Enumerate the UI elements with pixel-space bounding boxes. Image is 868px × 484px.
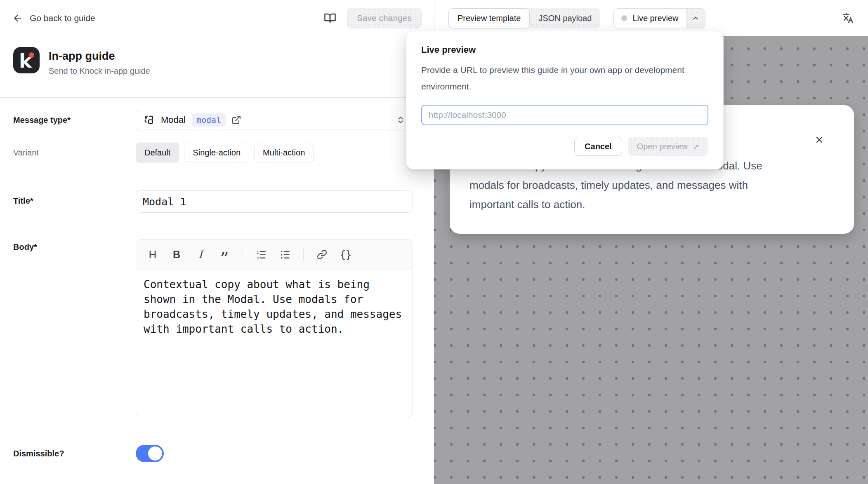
open-preview-label: Open preview bbox=[637, 142, 688, 151]
ordered-list-icon[interactable]: 1 2 bbox=[255, 248, 267, 262]
editor-panel: Go back to guide Save changes k In-app g… bbox=[0, 0, 434, 484]
title-input[interactable] bbox=[136, 190, 413, 213]
modal-type-icon bbox=[144, 115, 154, 125]
message-type-label: Message type* bbox=[13, 115, 136, 125]
message-type-row: Message type* Modal modal bbox=[13, 110, 413, 130]
bullet-list-icon[interactable] bbox=[279, 248, 291, 262]
variant-option-default[interactable]: Default bbox=[136, 143, 179, 162]
variant-option-single-action[interactable]: Single-action bbox=[184, 143, 249, 162]
modal-preview-line: important calls to action. bbox=[469, 195, 837, 214]
live-preview-collapse-button[interactable] bbox=[686, 9, 705, 28]
page-subtitle: Send to Knock in-app guide bbox=[49, 66, 150, 76]
message-type-select[interactable]: Modal modal bbox=[136, 110, 413, 130]
svg-text:2: 2 bbox=[257, 256, 259, 260]
guide-header-text: In-app guide Send to Knock in-app guide bbox=[49, 47, 150, 76]
editor-topbar: Go back to guide Save changes bbox=[0, 0, 434, 36]
live-preview-popover: Live preview Provide a URL to preview th… bbox=[406, 31, 724, 169]
external-link-icon[interactable] bbox=[231, 115, 241, 125]
body-line: broadcasts, timely updates, and messages bbox=[144, 307, 405, 322]
save-changes-button[interactable]: Save changes bbox=[347, 8, 422, 28]
toolbar-divider bbox=[303, 248, 304, 261]
body-editor-content[interactable]: Contextual copy about what is being show… bbox=[136, 270, 413, 343]
arrow-up-right-icon: ↗ bbox=[693, 142, 699, 151]
heading-icon[interactable]: H bbox=[147, 248, 158, 262]
cancel-button[interactable]: Cancel bbox=[574, 137, 622, 156]
variant-label: Variant bbox=[13, 148, 136, 157]
message-type-key-badge: modal bbox=[192, 113, 226, 127]
message-type-value: Modal bbox=[161, 115, 186, 125]
close-icon[interactable] bbox=[814, 135, 824, 145]
editor-toolbar: H B I ” 1 2 bbox=[136, 240, 413, 270]
title-label: Title* bbox=[13, 190, 136, 213]
body-editor: H B I ” 1 2 bbox=[136, 239, 413, 417]
preview-mode-tabs: Preview template JSON payload bbox=[448, 8, 600, 28]
tab-json-payload[interactable]: JSON payload bbox=[530, 8, 600, 28]
live-preview-status-dot bbox=[621, 15, 627, 21]
live-preview-label: Live preview bbox=[632, 14, 678, 23]
dismissible-row: Dismissible? bbox=[13, 445, 413, 462]
popover-title: Live preview bbox=[421, 45, 708, 55]
italic-icon[interactable]: I bbox=[195, 248, 206, 262]
body-line: shown in the Modal. Use modals for bbox=[144, 292, 405, 307]
docs-book-icon[interactable] bbox=[324, 12, 336, 24]
translate-icon[interactable] bbox=[842, 12, 855, 25]
variant-options: Default Single-action Multi-action bbox=[136, 143, 413, 162]
knock-logo: k bbox=[13, 47, 40, 73]
arrow-left-icon bbox=[12, 13, 23, 23]
braces-icon[interactable]: {} bbox=[340, 248, 351, 262]
toggle-knob bbox=[148, 446, 162, 461]
live-preview-button-group: Live preview bbox=[613, 8, 705, 28]
title-row: Title* bbox=[13, 190, 413, 213]
popover-actions: Cancel Open preview ↗ bbox=[421, 137, 708, 156]
topbar-actions: Save changes bbox=[324, 8, 422, 28]
guide-header: k In-app guide Send to Knock in-app guid… bbox=[0, 36, 434, 98]
preview-url-input[interactable] bbox=[421, 105, 708, 125]
live-preview-button[interactable]: Live preview bbox=[614, 9, 686, 28]
tab-preview-template[interactable]: Preview template bbox=[448, 8, 530, 28]
app-root: Go back to guide Save changes k In-app g… bbox=[0, 0, 868, 484]
svg-text:1: 1 bbox=[257, 249, 259, 254]
back-link-label: Go back to guide bbox=[30, 13, 95, 23]
popover-description: Provide a URL to preview this guide in y… bbox=[421, 62, 687, 95]
body-line: Contextual copy about what is being bbox=[144, 277, 405, 292]
variant-option-multi-action[interactable]: Multi-action bbox=[254, 143, 314, 162]
bold-icon[interactable]: B bbox=[171, 248, 182, 262]
body-label: Body* bbox=[13, 239, 136, 417]
dismissible-label: Dismissible? bbox=[13, 449, 136, 458]
modal-preview-line: modals for broadcasts, timely updates, a… bbox=[469, 176, 837, 195]
dismissible-toggle[interactable] bbox=[136, 445, 164, 462]
body-row: Body* H B I ” 1 bbox=[13, 239, 413, 417]
chevron-up-icon bbox=[691, 14, 700, 22]
body-line: with important calls to action. bbox=[144, 322, 405, 336]
toolbar-divider bbox=[243, 248, 243, 261]
chevrons-updown-icon bbox=[396, 115, 405, 125]
link-icon[interactable] bbox=[316, 248, 328, 262]
open-preview-button[interactable]: Open preview ↗ bbox=[628, 137, 708, 156]
page-title: In-app guide bbox=[49, 50, 150, 63]
knock-logo-dot bbox=[29, 52, 34, 58]
back-link[interactable]: Go back to guide bbox=[12, 13, 95, 23]
variant-row: Variant Default Single-action Multi-acti… bbox=[13, 143, 413, 162]
blockquote-icon[interactable]: ” bbox=[219, 248, 230, 262]
guide-form: Message type* Modal modal bbox=[0, 98, 434, 462]
